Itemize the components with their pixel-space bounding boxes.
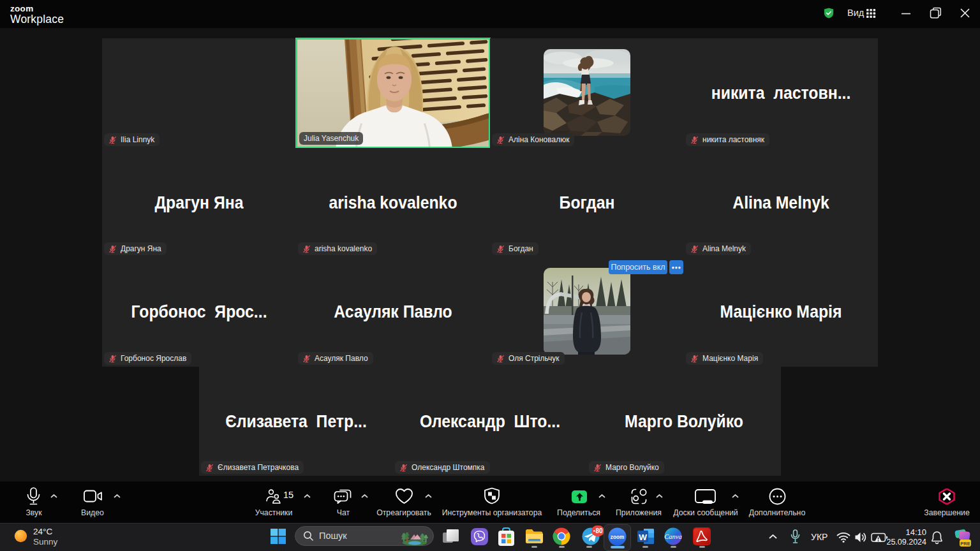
svg-text:PRE: PRE	[960, 541, 970, 547]
svg-text:zoom: zoom	[611, 534, 624, 540]
svg-text:Canva: Canva	[664, 533, 681, 540]
svg-text:W: W	[639, 533, 647, 542]
svg-text:80: 80	[596, 527, 604, 534]
